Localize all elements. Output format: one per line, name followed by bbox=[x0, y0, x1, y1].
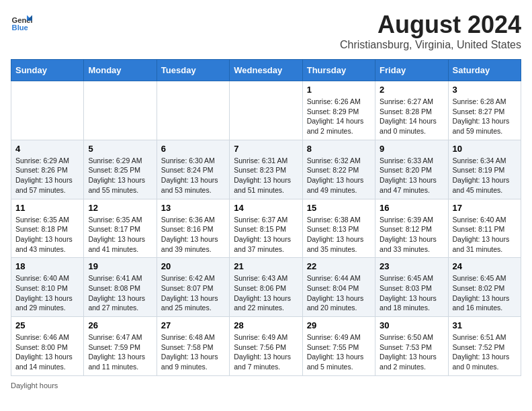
day-cell: 2Sunrise: 6:27 AM Sunset: 8:28 PM Daylig… bbox=[375, 81, 448, 140]
day-cell: 20Sunrise: 6:42 AM Sunset: 8:07 PM Dayli… bbox=[157, 258, 229, 317]
day-cell: 14Sunrise: 6:37 AM Sunset: 8:15 PM Dayli… bbox=[230, 199, 302, 258]
day-number: 23 bbox=[380, 261, 443, 271]
day-number: 13 bbox=[161, 203, 225, 213]
day-cell: 13Sunrise: 6:36 AM Sunset: 8:16 PM Dayli… bbox=[157, 199, 229, 258]
day-cell: 19Sunrise: 6:41 AM Sunset: 8:08 PM Dayli… bbox=[84, 258, 157, 317]
day-number: 5 bbox=[88, 144, 152, 154]
day-number: 11 bbox=[15, 203, 79, 213]
day-number: 21 bbox=[234, 261, 298, 271]
day-cell: 27Sunrise: 6:48 AM Sunset: 7:58 PM Dayli… bbox=[157, 317, 229, 376]
day-cell bbox=[84, 81, 157, 140]
day-number: 8 bbox=[307, 144, 371, 154]
day-number: 3 bbox=[453, 85, 517, 95]
day-cell bbox=[157, 81, 229, 140]
day-info: Sunrise: 6:44 AM Sunset: 8:04 PM Dayligh… bbox=[307, 273, 371, 313]
day-info: Sunrise: 6:40 AM Sunset: 8:11 PM Dayligh… bbox=[453, 215, 517, 255]
day-cell: 22Sunrise: 6:44 AM Sunset: 8:04 PM Dayli… bbox=[302, 258, 375, 317]
day-number: 29 bbox=[307, 320, 371, 330]
footer: Daylight hours bbox=[11, 381, 521, 390]
header-cell-thursday: Thursday bbox=[302, 60, 375, 81]
day-info: Sunrise: 6:29 AM Sunset: 8:25 PM Dayligh… bbox=[88, 156, 152, 195]
day-cell: 28Sunrise: 6:49 AM Sunset: 7:56 PM Dayli… bbox=[230, 317, 302, 376]
day-cell: 7Sunrise: 6:31 AM Sunset: 8:23 PM Daylig… bbox=[230, 140, 302, 199]
day-cell: 10Sunrise: 6:34 AM Sunset: 8:19 PM Dayli… bbox=[448, 140, 521, 199]
day-cell bbox=[230, 81, 302, 140]
header-row: SundayMondayTuesdayWednesdayThursdayFrid… bbox=[11, 60, 521, 81]
day-cell: 3Sunrise: 6:28 AM Sunset: 8:27 PM Daylig… bbox=[448, 81, 521, 140]
day-number: 30 bbox=[380, 320, 443, 330]
day-cell: 12Sunrise: 6:35 AM Sunset: 8:17 PM Dayli… bbox=[84, 199, 157, 258]
day-number: 7 bbox=[234, 144, 298, 154]
day-info: Sunrise: 6:31 AM Sunset: 8:23 PM Dayligh… bbox=[234, 156, 298, 195]
day-info: Sunrise: 6:45 AM Sunset: 8:02 PM Dayligh… bbox=[453, 273, 517, 313]
day-cell: 25Sunrise: 6:46 AM Sunset: 8:00 PM Dayli… bbox=[11, 317, 84, 376]
svg-text:Blue: Blue bbox=[12, 24, 28, 32]
day-cell bbox=[11, 81, 84, 140]
page-header: General Blue August 2024 Christiansburg,… bbox=[11, 11, 521, 51]
day-info: Sunrise: 6:33 AM Sunset: 8:20 PM Dayligh… bbox=[380, 156, 443, 195]
day-info: Sunrise: 6:40 AM Sunset: 8:10 PM Dayligh… bbox=[15, 273, 79, 313]
day-cell: 15Sunrise: 6:38 AM Sunset: 8:13 PM Dayli… bbox=[302, 199, 375, 258]
day-info: Sunrise: 6:47 AM Sunset: 7:59 PM Dayligh… bbox=[88, 332, 152, 372]
header-cell-tuesday: Tuesday bbox=[157, 60, 229, 81]
day-number: 28 bbox=[234, 320, 298, 330]
day-number: 16 bbox=[380, 203, 443, 213]
day-number: 2 bbox=[380, 85, 443, 95]
day-cell: 31Sunrise: 6:51 AM Sunset: 7:52 PM Dayli… bbox=[448, 317, 521, 376]
main-title: August 2024 bbox=[340, 11, 521, 39]
day-cell: 26Sunrise: 6:47 AM Sunset: 7:59 PM Dayli… bbox=[84, 317, 157, 376]
week-row-2: 4Sunrise: 6:29 AM Sunset: 8:26 PM Daylig… bbox=[11, 140, 521, 199]
day-number: 1 bbox=[307, 85, 371, 95]
day-info: Sunrise: 6:42 AM Sunset: 8:07 PM Dayligh… bbox=[161, 273, 225, 313]
day-number: 20 bbox=[161, 261, 225, 271]
day-number: 24 bbox=[453, 261, 517, 271]
logo: General Blue bbox=[11, 11, 32, 32]
day-number: 27 bbox=[161, 320, 225, 330]
week-row-4: 18Sunrise: 6:40 AM Sunset: 8:10 PM Dayli… bbox=[11, 258, 521, 317]
week-row-1: 1Sunrise: 6:26 AM Sunset: 8:29 PM Daylig… bbox=[11, 81, 521, 140]
day-info: Sunrise: 6:38 AM Sunset: 8:13 PM Dayligh… bbox=[307, 215, 371, 255]
day-info: Sunrise: 6:51 AM Sunset: 7:52 PM Dayligh… bbox=[453, 332, 517, 372]
day-number: 26 bbox=[88, 320, 152, 330]
day-info: Sunrise: 6:34 AM Sunset: 8:19 PM Dayligh… bbox=[453, 156, 517, 195]
header-cell-saturday: Saturday bbox=[448, 60, 521, 81]
day-cell: 30Sunrise: 6:50 AM Sunset: 7:53 PM Dayli… bbox=[375, 317, 448, 376]
header-cell-sunday: Sunday bbox=[11, 60, 84, 81]
title-area: August 2024 Christiansburg, Virginia, Un… bbox=[340, 11, 521, 51]
day-info: Sunrise: 6:45 AM Sunset: 8:03 PM Dayligh… bbox=[380, 273, 443, 313]
day-number: 31 bbox=[453, 320, 517, 330]
header-cell-friday: Friday bbox=[375, 60, 448, 81]
day-info: Sunrise: 6:36 AM Sunset: 8:16 PM Dayligh… bbox=[161, 215, 225, 255]
day-number: 25 bbox=[15, 320, 79, 330]
day-number: 15 bbox=[307, 203, 371, 213]
day-info: Sunrise: 6:50 AM Sunset: 7:53 PM Dayligh… bbox=[380, 332, 443, 372]
day-number: 22 bbox=[307, 261, 371, 271]
day-number: 10 bbox=[453, 144, 517, 154]
day-cell: 17Sunrise: 6:40 AM Sunset: 8:11 PM Dayli… bbox=[448, 199, 521, 258]
calendar-table: SundayMondayTuesdayWednesdayThursdayFrid… bbox=[11, 59, 521, 376]
day-cell: 23Sunrise: 6:45 AM Sunset: 8:03 PM Dayli… bbox=[375, 258, 448, 317]
header-cell-monday: Monday bbox=[84, 60, 157, 81]
daylight-label: Daylight hours bbox=[11, 381, 58, 390]
calendar-header: SundayMondayTuesdayWednesdayThursdayFrid… bbox=[11, 60, 521, 81]
day-info: Sunrise: 6:27 AM Sunset: 8:28 PM Dayligh… bbox=[380, 97, 443, 136]
day-number: 9 bbox=[380, 144, 443, 154]
day-cell: 18Sunrise: 6:40 AM Sunset: 8:10 PM Dayli… bbox=[11, 258, 84, 317]
day-number: 19 bbox=[88, 261, 152, 271]
day-info: Sunrise: 6:49 AM Sunset: 7:56 PM Dayligh… bbox=[234, 332, 298, 372]
logo-icon: General Blue bbox=[11, 11, 32, 32]
day-cell: 4Sunrise: 6:29 AM Sunset: 8:26 PM Daylig… bbox=[11, 140, 84, 199]
day-cell: 16Sunrise: 6:39 AM Sunset: 8:12 PM Dayli… bbox=[375, 199, 448, 258]
day-cell: 9Sunrise: 6:33 AM Sunset: 8:20 PM Daylig… bbox=[375, 140, 448, 199]
day-info: Sunrise: 6:29 AM Sunset: 8:26 PM Dayligh… bbox=[15, 156, 79, 195]
day-number: 4 bbox=[15, 144, 79, 154]
day-number: 18 bbox=[15, 261, 79, 271]
day-info: Sunrise: 6:48 AM Sunset: 7:58 PM Dayligh… bbox=[161, 332, 225, 372]
day-info: Sunrise: 6:43 AM Sunset: 8:06 PM Dayligh… bbox=[234, 273, 298, 313]
calendar-body: 1Sunrise: 6:26 AM Sunset: 8:29 PM Daylig… bbox=[11, 81, 521, 376]
day-info: Sunrise: 6:26 AM Sunset: 8:29 PM Dayligh… bbox=[307, 97, 371, 136]
day-number: 14 bbox=[234, 203, 298, 213]
day-info: Sunrise: 6:46 AM Sunset: 8:00 PM Dayligh… bbox=[15, 332, 79, 372]
day-info: Sunrise: 6:35 AM Sunset: 8:17 PM Dayligh… bbox=[88, 215, 152, 255]
subtitle: Christiansburg, Virginia, United States bbox=[340, 39, 521, 51]
